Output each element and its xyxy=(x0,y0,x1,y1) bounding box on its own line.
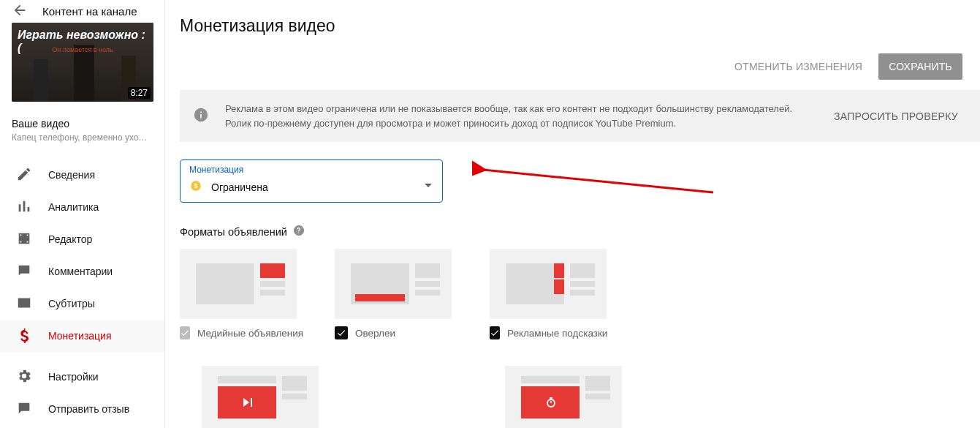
nav-label: Монетизация xyxy=(48,330,112,342)
stopwatch-icon xyxy=(545,397,557,408)
svg-rect-5 xyxy=(550,397,552,399)
ad-preview-skippable[interactable] xyxy=(202,366,319,428)
dollar-limited-icon: $ xyxy=(189,179,202,195)
cancel-button[interactable]: ОТМЕНИТЬ ИЗМЕНЕНИЯ xyxy=(724,53,873,80)
thumb-duration: 8:27 xyxy=(128,87,151,99)
ad-formats-row-2 xyxy=(180,366,980,428)
chevron-down-icon xyxy=(425,180,432,192)
ad-format-label: Рекламные подсказки xyxy=(507,328,607,339)
bars-icon xyxy=(16,198,32,217)
main: Монетизация видео ОТМЕНИТЬ ИЗМЕНЕНИЯ СОХ… xyxy=(165,0,980,428)
checkbox-overlay[interactable] xyxy=(335,326,348,339)
nav-label: Субтитры xyxy=(48,298,95,309)
video-meta: Ваше видео Капец телефону, временно ухож… xyxy=(0,109,164,156)
video-meta-sub: Капец телефону, временно ухожу … xyxy=(12,132,153,143)
sidebar-item-analytics[interactable]: Аналитика xyxy=(0,191,164,223)
ad-format-label: Медийные объявления xyxy=(197,328,303,339)
sidebar-item-subtitles[interactable]: Субтитры xyxy=(0,288,164,320)
video-thumbnail[interactable]: Играть невозможно :( Он ломается в ноль … xyxy=(12,23,153,102)
video-thumbnail-wrap: Играть невозможно :( Он ломается в ноль … xyxy=(0,23,164,109)
checkbox-display xyxy=(180,326,190,339)
comment-icon xyxy=(16,263,32,281)
subtitles-icon xyxy=(16,295,32,313)
thumb-overlay-sub: Он ломается в ноль xyxy=(12,46,153,53)
video-meta-title: Ваше видео xyxy=(12,118,153,129)
dollar-icon xyxy=(16,327,32,345)
film-icon xyxy=(16,230,32,249)
back-label: Контент на канале xyxy=(42,5,137,18)
nav-label: Настройки xyxy=(48,371,99,383)
page-title: Монетизация видео xyxy=(180,16,980,36)
ad-preview-nonskippable[interactable] xyxy=(505,366,622,428)
sidebar-item-monetization[interactable]: Монетизация xyxy=(0,320,164,352)
select-label: Монетизация xyxy=(189,165,433,175)
save-button[interactable]: СОХРАНИТЬ xyxy=(878,53,962,80)
request-review-button[interactable]: ЗАПРОСИТЬ ПРОВЕРКУ xyxy=(834,110,962,122)
sidebar-item-details[interactable]: Сведения xyxy=(0,159,164,191)
help-icon[interactable] xyxy=(293,225,305,239)
arrow-left-icon xyxy=(12,2,28,20)
ad-formats-title: Форматы объявлений xyxy=(180,226,287,238)
feedback-icon xyxy=(16,400,32,418)
info-icon xyxy=(193,107,209,125)
action-row: ОТМЕНИТЬ ИЗМЕНЕНИЯ СОХРАНИТЬ xyxy=(180,53,980,80)
skip-icon xyxy=(242,397,254,408)
nav-label: Отправить отзыв xyxy=(48,403,129,415)
sidebar-item-feedback[interactable]: Отправить отзыв xyxy=(0,393,164,425)
sidebar-item-editor[interactable]: Редактор xyxy=(0,223,164,255)
ad-format-cards[interactable]: Рекламные подсказки xyxy=(490,249,607,339)
svg-line-2 xyxy=(483,170,713,192)
ad-preview-overlay xyxy=(335,249,452,319)
content-body: Монетизация $ Ограничена Форматы объявле… xyxy=(180,142,980,428)
monetization-notice: Реклама в этом видео ограничена или не п… xyxy=(180,90,980,142)
ad-formats-row-1: Медийные объявления Оверлеи xyxy=(180,249,980,339)
nav-label: Комментарии xyxy=(48,266,113,277)
back-to-content[interactable]: Контент на канале xyxy=(0,0,164,23)
gear-icon xyxy=(16,368,32,386)
nav-label: Редактор xyxy=(48,233,92,245)
ad-format-overlay[interactable]: Оверлеи xyxy=(335,249,452,339)
notice-text: Реклама в этом видео ограничена или не п… xyxy=(225,102,818,130)
sidebar-item-comments[interactable]: Комментарии xyxy=(0,255,164,288)
svg-text:$: $ xyxy=(194,182,197,189)
ad-formats-header: Форматы объявлений xyxy=(180,225,980,239)
nav-label: Сведения xyxy=(48,169,95,181)
checkbox-cards[interactable] xyxy=(490,326,500,339)
sidebar-item-settings[interactable]: Настройки xyxy=(0,361,164,393)
sidebar-nav: Сведения Аналитика Редактор Комментарии … xyxy=(0,156,164,428)
ad-format-label: Оверлеи xyxy=(355,328,395,339)
pencil-icon xyxy=(16,166,32,184)
ad-format-display[interactable]: Медийные объявления xyxy=(180,249,297,339)
annotation-arrow xyxy=(472,159,721,203)
nav-label: Аналитика xyxy=(48,201,99,213)
ad-preview-display xyxy=(180,249,297,319)
select-value: Ограничена xyxy=(211,181,433,193)
sidebar: Контент на канале Играть невозможно :( О… xyxy=(0,0,165,428)
monetization-select[interactable]: Монетизация $ Ограничена xyxy=(180,159,443,203)
ad-preview-cards xyxy=(490,249,607,319)
